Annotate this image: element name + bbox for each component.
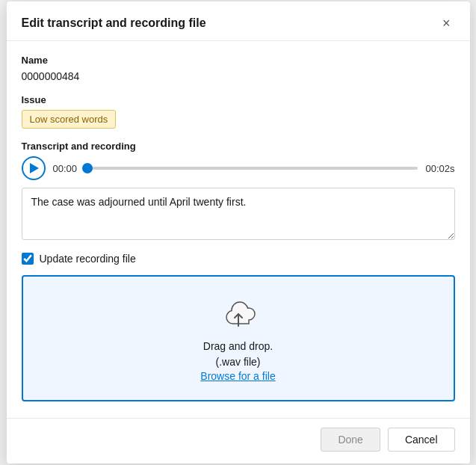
drag-text: Drag and drop.	[203, 339, 273, 354]
audio-player: 00:00 00:02s	[22, 156, 455, 180]
drop-zone[interactable]: Drag and drop. (.wav file) Browse for a …	[22, 275, 455, 401]
issue-section: Issue Low scored words	[22, 94, 455, 129]
edit-dialog: Edit transcript and recording file × Nam…	[7, 1, 470, 464]
transcript-label: Transcript and recording	[22, 141, 455, 152]
transcript-textarea[interactable]: The case was adjourned until April twent…	[22, 188, 455, 240]
issue-label: Issue	[22, 94, 455, 105]
update-recording-row: Update recording file	[22, 253, 455, 265]
dialog-footer: Done Cancel	[7, 418, 470, 464]
time-end: 00:02s	[425, 163, 454, 174]
name-field: Name 0000000484	[22, 55, 455, 82]
transcript-section: Transcript and recording 00:00 00:02s Th…	[22, 141, 455, 242]
browse-link-button[interactable]: Browse for a file	[200, 370, 275, 382]
update-recording-checkbox[interactable]	[22, 253, 34, 265]
dialog-title: Edit transcript and recording file	[22, 16, 206, 30]
name-label: Name	[22, 55, 455, 66]
cloud-upload-icon	[220, 298, 256, 330]
time-start: 00:00	[53, 163, 78, 174]
dialog-body: Name 0000000484 Issue Low scored words T…	[7, 41, 470, 418]
file-type-text: (.wav file)	[203, 354, 273, 370]
name-value: 0000000484	[22, 70, 455, 82]
close-button[interactable]: ×	[438, 15, 455, 31]
progress-thumb[interactable]	[82, 163, 93, 173]
dialog-header: Edit transcript and recording file ×	[7, 1, 470, 41]
cancel-button[interactable]: Cancel	[388, 428, 455, 452]
play-icon	[30, 163, 39, 173]
update-recording-label: Update recording file	[40, 253, 136, 265]
drag-drop-text: Drag and drop. (.wav file)	[203, 339, 273, 370]
done-button: Done	[321, 428, 380, 452]
progress-track[interactable]	[84, 167, 418, 170]
issue-badge: Low scored words	[22, 110, 117, 129]
play-button[interactable]	[22, 156, 46, 180]
